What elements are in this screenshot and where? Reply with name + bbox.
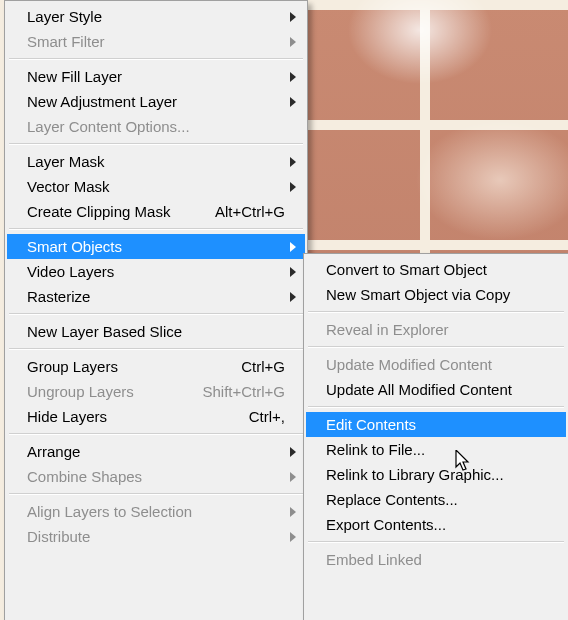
menu-label: Ungroup Layers [27,383,190,400]
submenu-reveal-in-explorer: Reveal in Explorer [306,317,566,342]
menu-separator [9,143,303,145]
submenu-arrow-icon [289,292,297,302]
submenu-convert-to-smart-object[interactable]: Convert to Smart Object [306,257,566,282]
menu-label: New Smart Object via Copy [326,286,546,303]
submenu-new-smart-object-via-copy[interactable]: New Smart Object via Copy [306,282,566,307]
menu-separator [9,58,303,60]
menu-ungroup-layers: Ungroup Layers Shift+Ctrl+G [7,379,305,404]
menu-shortcut: Ctrl+, [249,408,285,425]
svg-marker-6 [290,242,296,252]
menu-shortcut: Alt+Ctrl+G [215,203,285,220]
menu-align-layers-to-selection: Align Layers to Selection [7,499,305,524]
layer-context-menu: Layer Style Smart Filter New Fill Layer … [4,0,308,620]
submenu-arrow-icon [289,72,297,82]
svg-marker-8 [290,292,296,302]
menu-new-adjustment-layer[interactable]: New Adjustment Layer [7,89,305,114]
svg-marker-7 [290,267,296,277]
menu-shortcut: Ctrl+G [241,358,285,375]
submenu-update-modified-content: Update Modified Content [306,352,566,377]
menu-label: Export Contents... [326,516,546,533]
menu-label: Arrange [27,443,285,460]
menu-label: Smart Filter [27,33,285,50]
menu-hide-layers[interactable]: Hide Layers Ctrl+, [7,404,305,429]
menu-vector-mask[interactable]: Vector Mask [7,174,305,199]
submenu-arrow-icon [289,242,297,252]
menu-label: Update Modified Content [326,356,546,373]
menu-label: Create Clipping Mask [27,203,203,220]
menu-label: Vector Mask [27,178,285,195]
menu-separator [9,228,303,230]
menu-separator [9,493,303,495]
menu-label: Rasterize [27,288,285,305]
menu-label: Embed Linked [326,551,546,568]
submenu-arrow-icon [289,472,297,482]
menu-label: Update All Modified Content [326,381,546,398]
submenu-arrow-icon [289,532,297,542]
svg-marker-12 [290,532,296,542]
menu-separator [308,541,564,543]
menu-layer-mask[interactable]: Layer Mask [7,149,305,174]
menu-label: New Layer Based Slice [27,323,285,340]
menu-arrange[interactable]: Arrange [7,439,305,464]
submenu-export-contents[interactable]: Export Contents... [306,512,566,537]
submenu-arrow-icon [289,97,297,107]
menu-label: Hide Layers [27,408,237,425]
menu-separator [9,433,303,435]
menu-separator [308,406,564,408]
menu-new-layer-based-slice[interactable]: New Layer Based Slice [7,319,305,344]
smart-objects-submenu: Convert to Smart Object New Smart Object… [303,253,568,620]
submenu-replace-contents[interactable]: Replace Contents... [306,487,566,512]
menu-separator [308,311,564,313]
menu-label: Distribute [27,528,285,545]
menu-label: Relink to File... [326,441,546,458]
menu-label: Replace Contents... [326,491,546,508]
svg-marker-9 [290,447,296,457]
svg-marker-2 [290,72,296,82]
menu-label: Layer Style [27,8,285,25]
menu-label: New Adjustment Layer [27,93,285,110]
svg-marker-0 [290,12,296,22]
svg-marker-11 [290,507,296,517]
menu-label: Video Layers [27,263,285,280]
submenu-arrow-icon [289,12,297,22]
submenu-arrow-icon [289,447,297,457]
menu-new-fill-layer[interactable]: New Fill Layer [7,64,305,89]
menu-label: Edit Contents [326,416,546,433]
menu-label: Convert to Smart Object [326,261,546,278]
menu-create-clipping-mask[interactable]: Create Clipping Mask Alt+Ctrl+G [7,199,305,224]
submenu-relink-to-file[interactable]: Relink to File... [306,437,566,462]
submenu-update-all-modified-content[interactable]: Update All Modified Content [306,377,566,402]
submenu-arrow-icon [289,157,297,167]
svg-marker-5 [290,182,296,192]
svg-marker-4 [290,157,296,167]
submenu-embed-linked: Embed Linked [306,547,566,572]
menu-label: Smart Objects [27,238,285,255]
menu-separator [308,346,564,348]
submenu-arrow-icon [289,182,297,192]
menu-smart-filter: Smart Filter [7,29,305,54]
menu-layer-style[interactable]: Layer Style [7,4,305,29]
submenu-arrow-icon [289,507,297,517]
menu-separator [9,313,303,315]
menu-rasterize[interactable]: Rasterize [7,284,305,309]
submenu-edit-contents[interactable]: Edit Contents [306,412,566,437]
svg-marker-3 [290,97,296,107]
submenu-relink-to-library-graphic[interactable]: Relink to Library Graphic... [306,462,566,487]
submenu-arrow-icon [289,37,297,47]
menu-label: Layer Content Options... [27,118,285,135]
menu-label: Layer Mask [27,153,285,170]
menu-separator [9,348,303,350]
svg-marker-1 [290,37,296,47]
submenu-arrow-icon [289,267,297,277]
menu-label: Relink to Library Graphic... [326,466,546,483]
menu-layer-content-options: Layer Content Options... [7,114,305,139]
menu-label: New Fill Layer [27,68,285,85]
menu-combine-shapes: Combine Shapes [7,464,305,489]
menu-video-layers[interactable]: Video Layers [7,259,305,284]
menu-group-layers[interactable]: Group Layers Ctrl+G [7,354,305,379]
menu-distribute: Distribute [7,524,305,549]
menu-label: Group Layers [27,358,229,375]
menu-smart-objects[interactable]: Smart Objects [7,234,305,259]
svg-marker-10 [290,472,296,482]
menu-label: Align Layers to Selection [27,503,285,520]
